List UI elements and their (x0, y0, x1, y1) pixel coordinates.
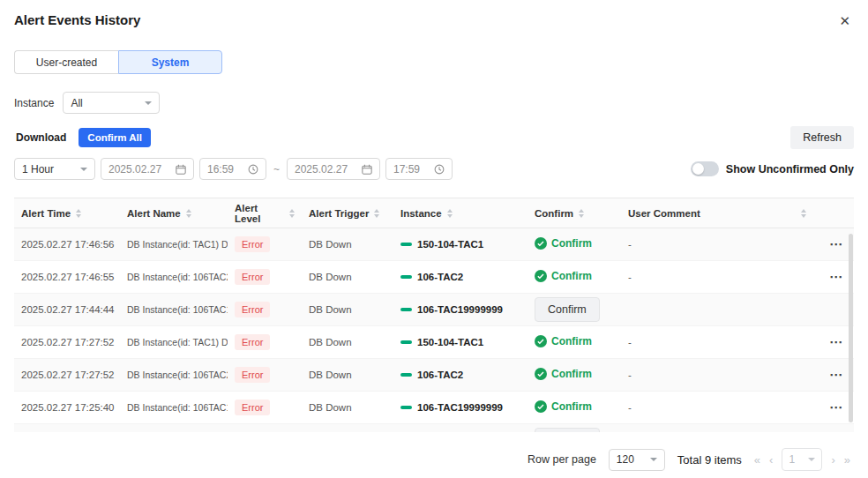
first-page-icon[interactable]: « (754, 453, 760, 467)
tab-user-created[interactable]: User-created (14, 50, 118, 74)
sort-icon[interactable] (801, 209, 806, 218)
page-title: Alert Events History (14, 12, 140, 27)
cell-alert-name: DB Instance(id: 106TAC2) (120, 370, 228, 380)
next-page-icon[interactable]: › (831, 453, 834, 467)
table-row[interactable]: 2025.02.27 17:27:52 DB Instance(id: TAC1… (14, 326, 854, 359)
confirm-button[interactable]: Confirm (535, 297, 600, 322)
instance-cell: 150-104-TAC1 (400, 239, 520, 250)
confirm-status-label: Confirm (551, 237, 592, 250)
confirm-status[interactable]: Confirm (535, 237, 592, 250)
instance-select-value: All (71, 97, 82, 109)
page-number-select[interactable]: 1 (782, 448, 822, 471)
column-header-alert-name[interactable]: Alert Name (120, 208, 228, 219)
cell-alert-time: 2025.02.27 17:46:56 (14, 239, 120, 250)
column-header-user-comment[interactable]: User Comment (621, 208, 819, 219)
instance-cell: 106-TAC2 (400, 370, 520, 380)
cell-user-comment: - (621, 337, 819, 347)
column-label: Confirm (535, 208, 573, 219)
calendar-icon (176, 164, 186, 175)
start-date-input[interactable]: 2025.02.27 (101, 158, 194, 180)
close-icon[interactable]: ✕ (835, 12, 854, 29)
column-header-alert-time[interactable]: Alert Time (14, 208, 120, 219)
alert-level-badge: Error (235, 334, 270, 350)
tab-system[interactable]: System (118, 50, 222, 74)
confirm-status-label: Confirm (551, 335, 592, 347)
duration-select[interactable]: 1 Hour (14, 158, 95, 180)
cell-alert-trigger: DB Down (302, 402, 393, 413)
calendar-icon (362, 164, 372, 175)
column-header-alert-trigger[interactable]: Alert Trigger (302, 208, 393, 219)
sort-icon[interactable] (579, 209, 584, 218)
table-row[interactable]: 2025.02.27 17:25:40 DB Instance(id: 106T… (14, 392, 854, 424)
instance-status-icon (400, 373, 412, 377)
clock-icon (434, 164, 445, 175)
cell-alert-trigger: DB Down (302, 304, 393, 315)
confirm-status[interactable]: Confirm (535, 270, 592, 282)
cell-alert-time: 2025.02.27 17:46:55 (14, 272, 120, 282)
end-time-value: 17:59 (393, 163, 420, 176)
cell-alert-level: Error (228, 269, 302, 285)
cell-alert-name: DB Instance(id: TAC1) DOV (120, 337, 228, 347)
cell-user-comment: - (621, 239, 819, 250)
row-per-page-label: Row per page (528, 453, 596, 466)
row-per-page-select[interactable]: 120 (609, 449, 665, 471)
pager: « ‹ 1 › » (754, 448, 850, 471)
confirm-status[interactable]: Confirm (535, 400, 592, 413)
start-time-input[interactable]: 16:59 (199, 158, 266, 180)
instance-status-icon (400, 340, 412, 344)
table-row[interactable]: 2025.02.27 17:44:44 DB Instance(id: 106T… (14, 294, 854, 326)
instance-label: 106-TAC2 (417, 370, 463, 380)
start-date-value: 2025.02.27 (108, 163, 161, 176)
table-row[interactable]: 2025.02.27 17:46:56 DB Instance(id: TAC1… (14, 228, 854, 261)
confirm-status[interactable]: Confirm (535, 335, 592, 347)
check-circle-icon (535, 270, 547, 282)
end-time-input[interactable]: 17:59 (385, 158, 453, 180)
start-time-value: 16:59 (207, 163, 234, 176)
sort-icon[interactable] (289, 209, 295, 218)
table-scrollbar[interactable] (849, 234, 853, 422)
alert-level-badge: Error (235, 367, 270, 383)
check-circle-icon (535, 400, 547, 413)
column-header-instance[interactable]: Instance (393, 208, 528, 219)
column-label: User Comment (628, 208, 700, 219)
sort-icon[interactable] (447, 209, 453, 218)
confirm-status[interactable]: Confirm (535, 368, 592, 380)
end-date-input[interactable]: 2025.02.27 (287, 158, 380, 180)
sort-icon[interactable] (76, 209, 81, 218)
prev-page-icon[interactable]: ‹ (769, 453, 773, 467)
cell-alert-time: 2025.02.27 17:44:44 (14, 304, 120, 315)
confirm-button[interactable]: Confirm (535, 428, 600, 432)
last-page-icon[interactable]: » (844, 453, 850, 467)
instance-filter-row: Instance All (14, 92, 854, 114)
alert-level-badge: Error (235, 302, 270, 317)
instance-label: Instance (14, 97, 54, 109)
cell-instance: 150-104-TAC1 (393, 337, 528, 347)
cell-confirm: Confirm (528, 428, 621, 432)
instance-select[interactable]: All (63, 92, 160, 114)
table-row[interactable]: 2025.02.27 17:27:52 DB Instance(id: 106T… (14, 359, 854, 392)
show-unconfirmed-toggle[interactable] (691, 161, 719, 176)
cell-alert-name: DB Instance(id: 106TAC1) (120, 304, 228, 315)
column-header-confirm[interactable]: Confirm (528, 208, 621, 219)
instance-label: 106-TAC19999999 (417, 304, 503, 315)
check-circle-icon (535, 368, 547, 380)
table-row[interactable]: 2025.02.27 17:46:55 DB Instance(id: 106T… (14, 261, 854, 294)
alert-level-badge: Error (235, 400, 270, 415)
sort-icon[interactable] (186, 209, 191, 218)
chevron-down-icon (80, 168, 87, 171)
confirm-all-button[interactable]: Confirm All (79, 128, 151, 147)
download-button[interactable]: Download (14, 128, 68, 147)
cell-alert-level: Error (228, 367, 302, 383)
instance-status-icon (400, 308, 412, 311)
instance-label: 150-104-TAC1 (417, 337, 483, 347)
sort-icon[interactable] (374, 209, 379, 218)
confirm-status-label: Confirm (551, 270, 592, 282)
cell-alert-time: 2025.02.27 17:25:40 (14, 402, 120, 413)
table-row[interactable]: Confirm (14, 424, 854, 432)
cell-alert-level: Error (228, 236, 302, 252)
total-items-label: Total 9 items (677, 453, 742, 467)
column-label: Alert Trigger (309, 208, 369, 219)
refresh-button[interactable]: Refresh (790, 126, 854, 149)
column-header-alert-level[interactable]: Alert Level (228, 203, 302, 224)
pagination-footer: Row per page 120 Total 9 items « ‹ 1 › » (14, 448, 854, 471)
